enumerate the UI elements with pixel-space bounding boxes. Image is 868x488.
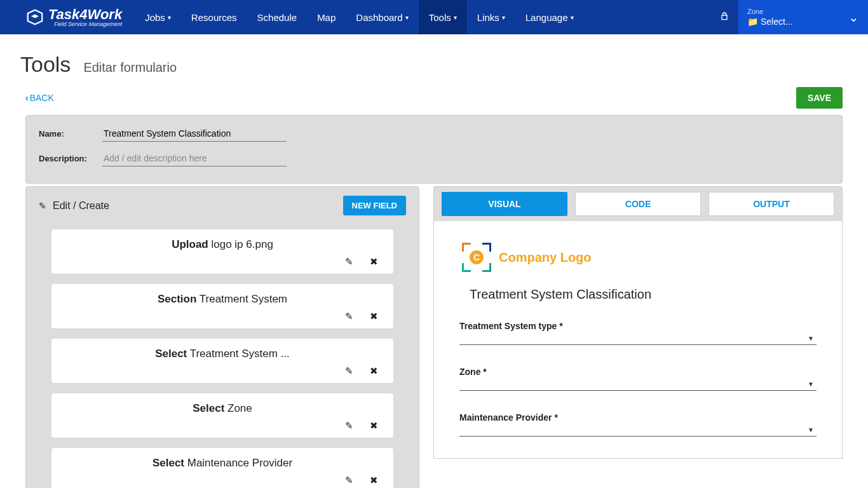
brand-icon (25, 8, 44, 27)
panes: ✎ Edit / Create NEW FIELD Upload logo ip… (0, 186, 868, 488)
company-logo: C Company Logo (462, 243, 817, 272)
field-card[interactable]: Select Zone✎✖ (51, 393, 393, 438)
brand-name: Task4Work (48, 8, 122, 22)
caret-icon: ▾ (405, 14, 409, 21)
edit-icon[interactable]: ✎ (345, 365, 353, 377)
top-navbar: Task4Work Field Service Management Jobs▾… (0, 0, 868, 34)
caret-icon: ▾ (168, 14, 171, 21)
preview-field-label: Maintenance Provider * (459, 412, 817, 423)
preview-select[interactable]: ▼ (459, 425, 817, 437)
nav-item-jobs[interactable]: Jobs▾ (135, 0, 181, 34)
caret-icon: ▾ (571, 14, 574, 21)
zone-value: Select... (761, 17, 793, 27)
zone-selector[interactable]: Zone 📁Select... ⌄ (738, 0, 868, 34)
preview-select[interactable]: ▼ (459, 334, 817, 345)
edit-icon[interactable]: ✎ (345, 475, 353, 486)
caret-icon: ▾ (502, 14, 505, 21)
page-title: Tools (20, 52, 71, 77)
company-logo-text: Company Logo (499, 250, 592, 265)
preview-field: Maintenance Provider *▼ (459, 412, 817, 437)
field-card[interactable]: Upload logo ip 6.png✎✖ (51, 229, 393, 274)
form-preview-title: Treatment System Classification (470, 287, 817, 302)
preview-field: Treatment System type *▼ (459, 321, 817, 345)
tab-visual[interactable]: VISUAL (442, 192, 567, 216)
preview-tabs: VISUAL CODE OUTPUT (433, 186, 843, 221)
zone-label: Zone (747, 8, 793, 16)
preview-field-label: Treatment System type * (459, 321, 817, 331)
tab-code[interactable]: CODE (575, 192, 701, 216)
page-header: Tools Editar formulario (0, 34, 868, 83)
edit-pane: ✎ Edit / Create NEW FIELD Upload logo ip… (25, 186, 419, 488)
field-card[interactable]: Select Treatment System ...✎✖ (51, 339, 393, 383)
preview-field: Zone *▼ (459, 367, 817, 391)
preview-select[interactable]: ▼ (459, 379, 817, 391)
field-card-title: Select Treatment System ... (64, 348, 381, 360)
dropdown-icon: ▼ (808, 426, 814, 433)
description-label: Description: (39, 154, 102, 163)
nav-item-language[interactable]: Language▾ (515, 0, 584, 34)
new-field-button[interactable]: NEW FIELD (343, 196, 407, 215)
back-link[interactable]: ‹BACK (25, 93, 54, 103)
unlock-icon[interactable] (710, 11, 738, 24)
field-card-title: Section Treatment System (64, 293, 381, 306)
nav-links: Jobs▾ResourcesScheduleMapDashboard▾Tools… (135, 0, 583, 34)
actions-row: ‹BACK SAVE (0, 83, 868, 115)
nav-item-tools[interactable]: Tools▾ (419, 0, 467, 34)
edit-pane-header: ✎ Edit / Create NEW FIELD (26, 187, 419, 222)
field-cards: Upload logo ip 6.png✎✖Section Treatment … (26, 222, 419, 488)
preview-pane: VISUAL CODE OUTPUT C Company Logo Treatm… (433, 186, 843, 488)
page-subtitle: Editar formulario (83, 60, 177, 75)
field-card-title: Select Maintenance Provider (64, 457, 381, 470)
dropdown-icon: ▼ (808, 335, 814, 342)
field-card[interactable]: Section Treatment System✎✖ (51, 284, 393, 329)
field-card-title: Select Zone (64, 402, 381, 415)
dropdown-icon: ▼ (808, 381, 814, 388)
delete-icon[interactable]: ✖ (370, 311, 378, 322)
field-card-title: Upload logo ip 6.png (64, 238, 381, 251)
preview-content: C Company Logo Treatment System Classifi… (433, 221, 843, 459)
name-label: Name: (39, 129, 102, 139)
chevron-left-icon: ‹ (25, 93, 29, 103)
delete-icon[interactable]: ✖ (370, 420, 378, 431)
folder-icon: 📁 (747, 17, 758, 27)
edit-icon[interactable]: ✎ (345, 420, 353, 431)
company-logo-icon: C (462, 243, 491, 272)
nav-item-links[interactable]: Links▾ (467, 0, 515, 34)
name-input[interactable] (102, 126, 287, 142)
caret-icon: ▾ (454, 14, 457, 21)
form-info-box: Name: Description: (25, 115, 843, 184)
svg-marker-1 (31, 15, 39, 18)
nav-item-resources[interactable]: Resources (181, 0, 247, 34)
edit-icon[interactable]: ✎ (345, 311, 353, 322)
delete-icon[interactable]: ✖ (370, 365, 378, 377)
save-button[interactable]: SAVE (796, 87, 843, 109)
delete-icon[interactable]: ✖ (370, 475, 378, 486)
edit-pane-title: Edit / Create (53, 200, 109, 212)
nav-item-dashboard[interactable]: Dashboard▾ (346, 0, 418, 34)
brand-tagline: Field Service Management (48, 22, 122, 27)
chevron-down-icon: ⌄ (848, 10, 859, 25)
nav-item-map[interactable]: Map (307, 0, 346, 34)
delete-icon[interactable]: ✖ (370, 256, 378, 268)
preview-field-label: Zone * (459, 367, 817, 377)
description-input[interactable] (102, 151, 287, 166)
edit-icon[interactable]: ✎ (345, 256, 353, 268)
tab-output[interactable]: OUTPUT (709, 192, 834, 216)
brand-logo[interactable]: Task4Work Field Service Management (0, 8, 135, 27)
nav-item-schedule[interactable]: Schedule (247, 0, 308, 34)
pencil-icon: ✎ (39, 201, 46, 211)
field-card[interactable]: Select Maintenance Provider✎✖ (51, 448, 393, 488)
